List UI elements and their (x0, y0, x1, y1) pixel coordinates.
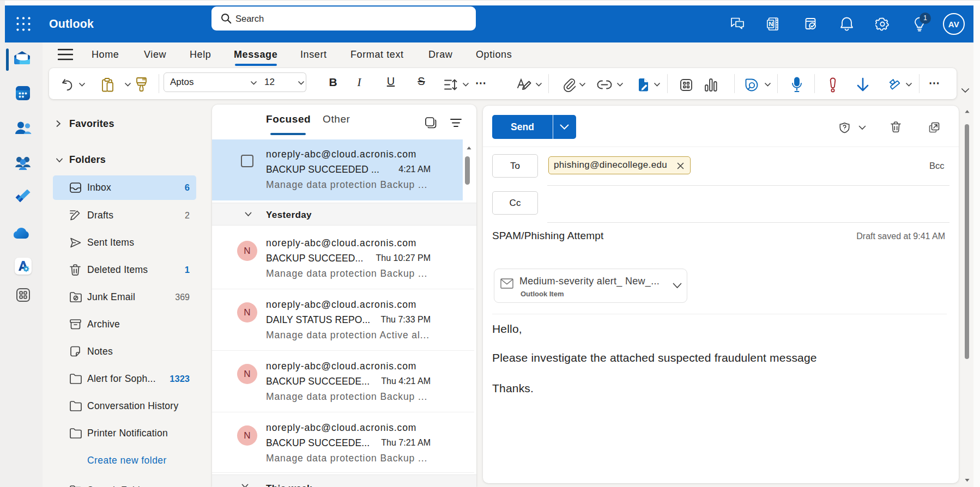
svg-text:N: N (769, 21, 773, 27)
